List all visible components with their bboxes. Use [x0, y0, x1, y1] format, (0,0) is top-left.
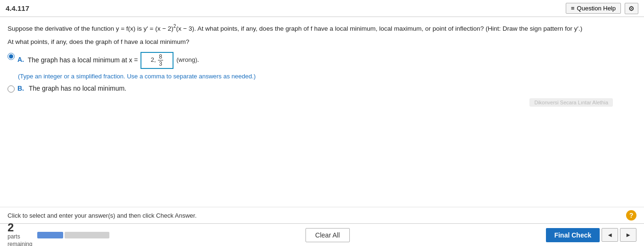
nav-next-button[interactable]: ►	[620, 228, 636, 242]
parts-info: 2 parts remaining	[8, 222, 33, 246]
option-b-radio[interactable]	[8, 85, 15, 93]
option-a-hint: (Type an integer or a simplified fractio…	[18, 73, 636, 80]
answer-box[interactable]: 2, 83	[140, 52, 173, 69]
watermark-area: Dikonversi Secara Lıntar Alethia	[8, 93, 636, 107]
footer: 2 parts remaining Clear All Final Check …	[0, 223, 644, 246]
page-title: 4.4.117	[6, 4, 29, 12]
progress-bar-container	[37, 232, 109, 238]
progress-bar-filled	[37, 232, 63, 238]
parts-label: parts remaining	[8, 233, 33, 246]
footer-left: 2 parts remaining	[8, 222, 109, 246]
instruction-bar: Click to select and enter your answer(s)…	[0, 207, 644, 223]
fraction: 83	[158, 53, 163, 68]
list-icon: ≡	[571, 5, 575, 12]
option-a-row: A. The graph has a local minimum at x = …	[8, 52, 636, 69]
option-a-content: A. The graph has a local minimum at x = …	[17, 52, 199, 69]
clear-all-button[interactable]: Clear All	[305, 228, 350, 242]
option-b-row: B. The graph has no local minimum.	[8, 85, 636, 93]
option-a-label: A.	[17, 56, 24, 63]
header: 4.4.117 ≡ Question Help ⚙	[0, 0, 644, 17]
option-a-container: A. The graph has a local minimum at x = …	[8, 52, 636, 80]
answer-status: (wrong)	[176, 56, 197, 63]
parts-number: 2	[8, 222, 33, 233]
help-icon[interactable]: ?	[626, 210, 636, 221]
footer-center: Clear All	[305, 228, 350, 242]
main-question-text: Suppose the derivative of the function y…	[8, 23, 636, 34]
final-check-button[interactable]: Final Check	[546, 228, 600, 242]
answer-input-wrapper: 2, 83 (wrong).	[140, 56, 199, 63]
instruction-text: Click to select and enter your answer(s)…	[8, 212, 197, 219]
sub-question-text: At what points, if any, does the graph o…	[8, 38, 636, 45]
option-b-label: B.	[17, 85, 24, 92]
gear-icon: ⚙	[628, 5, 635, 12]
option-b-text: The graph has no local minimum.	[29, 85, 126, 92]
option-a-radio[interactable]	[8, 53, 15, 60]
gear-button[interactable]: ⚙	[625, 3, 638, 14]
sub-question-label: At what points, if any, does the graph o…	[8, 38, 189, 45]
fraction-numerator: 8	[158, 53, 163, 60]
option-a-text-before: The graph has a local minimum at x =	[28, 56, 138, 63]
question-help-button[interactable]: ≡ Question Help	[566, 3, 621, 14]
main-content: Suppose the derivative of the function y…	[0, 17, 644, 207]
parts-remaining-label: parts	[8, 233, 20, 240]
nav-prev-button[interactable]: ◄	[602, 228, 618, 242]
answer-prefix: 2,	[151, 56, 157, 63]
progress-bar-empty	[65, 232, 109, 238]
remaining-label: remaining	[8, 241, 33, 246]
header-right: ≡ Question Help ⚙	[566, 3, 638, 14]
question-help-label: Question Help	[577, 5, 616, 12]
footer-right: Final Check ◄ ►	[546, 228, 636, 242]
fraction-denominator: 3	[158, 60, 163, 67]
watermark: Dikonversi Secara Lıntar Alethia	[529, 98, 613, 107]
